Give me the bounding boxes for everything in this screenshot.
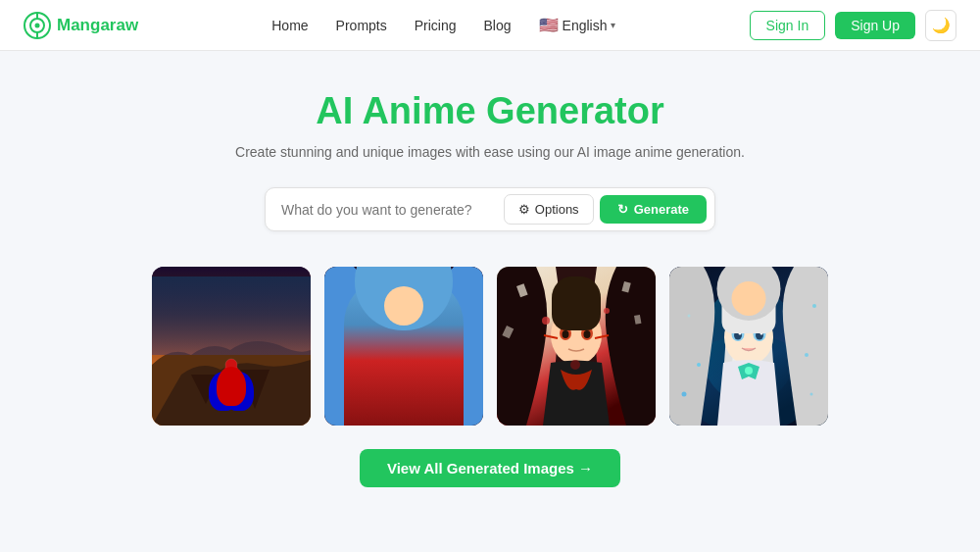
svg-point-12 bbox=[408, 326, 421, 341]
generator-row: ⚙ Options ↻ Generate bbox=[265, 187, 715, 231]
main-nav: Home Prompts Pricing Blog 🇺🇸 English ▾ bbox=[271, 16, 615, 34]
signin-button[interactable]: Sign In bbox=[750, 11, 826, 40]
svg-rect-25 bbox=[634, 315, 641, 325]
svg-point-44 bbox=[810, 393, 813, 396]
svg-point-37 bbox=[744, 299, 754, 309]
options-label: Options bbox=[535, 202, 579, 217]
logo-text: Mangaraw bbox=[57, 16, 138, 35]
header-actions: Sign In Sign Up 🌙 bbox=[750, 10, 956, 41]
svg-point-20 bbox=[581, 326, 593, 340]
gallery-image-1[interactable] bbox=[152, 267, 311, 426]
logo[interactable]: Mangaraw bbox=[24, 12, 138, 39]
svg-rect-24 bbox=[621, 281, 630, 292]
svg-point-35 bbox=[739, 332, 742, 335]
gallery-image-2[interactable] bbox=[324, 267, 483, 426]
svg-point-45 bbox=[682, 392, 687, 397]
theme-toggle-button[interactable]: 🌙 bbox=[925, 10, 956, 41]
svg-point-14 bbox=[411, 328, 418, 338]
svg-point-33 bbox=[734, 331, 742, 340]
main-content: AI Anime Generator Create stunning and u… bbox=[0, 51, 980, 487]
header: Mangaraw Home Prompts Pricing Blog 🇺🇸 En… bbox=[0, 0, 980, 51]
view-all-label: View All Generated Images → bbox=[387, 460, 593, 477]
gallery-image-3[interactable] bbox=[497, 267, 656, 426]
svg-point-41 bbox=[697, 363, 701, 367]
nav-prompts[interactable]: Prompts bbox=[336, 18, 387, 33]
nav-blog[interactable]: Blog bbox=[484, 18, 512, 33]
svg-point-40 bbox=[745, 367, 753, 375]
svg-point-46 bbox=[812, 304, 816, 308]
svg-point-43 bbox=[688, 315, 691, 318]
svg-rect-26 bbox=[502, 326, 514, 338]
svg-point-36 bbox=[760, 332, 763, 335]
options-button[interactable]: ⚙ Options bbox=[504, 194, 594, 225]
svg-point-11 bbox=[386, 326, 400, 341]
svg-point-13 bbox=[389, 328, 397, 338]
svg-point-21 bbox=[563, 330, 569, 338]
chevron-down-icon: ▾ bbox=[611, 20, 615, 30]
svg-rect-23 bbox=[516, 283, 528, 297]
nav-home[interactable]: Home bbox=[271, 18, 308, 33]
svg-point-38 bbox=[730, 306, 736, 312]
svg-point-34 bbox=[756, 331, 763, 340]
refresh-icon: ↻ bbox=[617, 202, 628, 217]
language-selector[interactable]: 🇺🇸 English ▾ bbox=[539, 16, 616, 34]
svg-point-30 bbox=[724, 310, 773, 365]
moon-icon: 🌙 bbox=[932, 17, 951, 34]
language-label: English bbox=[563, 18, 608, 33]
svg-point-22 bbox=[584, 330, 591, 338]
gear-icon: ⚙ bbox=[518, 202, 530, 217]
view-all-button[interactable]: View All Generated Images → bbox=[360, 449, 620, 487]
svg-point-42 bbox=[805, 353, 808, 357]
hero-subtitle: Create stunning and unique images with e… bbox=[235, 144, 745, 160]
hero-title: AI Anime Generator bbox=[316, 90, 663, 132]
svg-point-19 bbox=[560, 326, 571, 340]
svg-point-18 bbox=[551, 306, 602, 365]
svg-point-39 bbox=[761, 306, 767, 312]
generate-label: Generate bbox=[634, 202, 689, 217]
svg-point-15 bbox=[394, 330, 397, 333]
gallery-image-4[interactable] bbox=[669, 267, 828, 426]
image-gallery bbox=[152, 267, 828, 426]
nav-pricing[interactable]: Pricing bbox=[415, 18, 457, 33]
svg-rect-17 bbox=[497, 267, 656, 426]
svg-point-16 bbox=[416, 330, 418, 333]
prompt-input[interactable] bbox=[273, 196, 504, 224]
signup-button[interactable]: Sign Up bbox=[835, 12, 915, 39]
generate-button[interactable]: ↻ Generate bbox=[600, 195, 707, 224]
svg-point-2 bbox=[35, 23, 40, 27]
svg-point-10 bbox=[376, 306, 431, 369]
flag-icon: 🇺🇸 bbox=[539, 16, 559, 34]
